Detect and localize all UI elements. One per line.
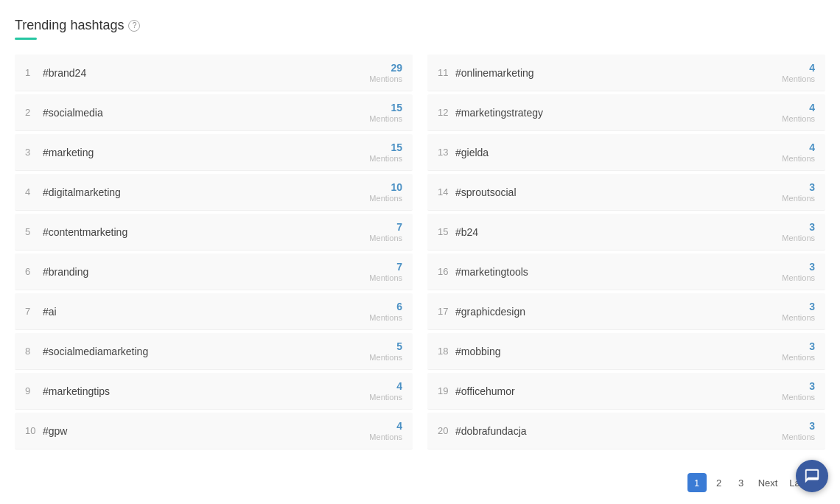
hashtag-name: #graphicdesign xyxy=(455,306,782,318)
rank-number: 6 xyxy=(25,266,43,277)
rank-number: 20 xyxy=(438,425,455,436)
hashtag-name: #brand24 xyxy=(43,67,369,79)
mention-count: 10 xyxy=(369,181,402,193)
mention-count: 3 xyxy=(782,420,815,432)
list-item: 11 #onlinemarketing 4 Mentions xyxy=(427,55,825,91)
mentions-label: Mentions xyxy=(369,114,402,123)
rank-number: 15 xyxy=(438,226,455,237)
rank-number: 17 xyxy=(438,306,455,317)
mention-count: 3 xyxy=(782,380,815,392)
section-title-row: Trending hashtags ? xyxy=(15,18,825,33)
list-item: 5 #contentmarketing 7 Mentions xyxy=(15,214,413,251)
list-item: 6 #branding 7 Mentions xyxy=(15,253,413,290)
rank-number: 7 xyxy=(25,306,43,317)
list-item: 20 #dobrafundacja 3 Mentions xyxy=(427,413,825,449)
title-underline xyxy=(15,38,37,40)
mention-count: 15 xyxy=(369,102,402,113)
rank-number: 14 xyxy=(438,186,455,197)
hashtag-name: #marketingtips xyxy=(43,385,369,397)
hashtag-name: #ai xyxy=(43,306,369,318)
rank-number: 11 xyxy=(438,67,455,78)
mention-count: 4 xyxy=(782,102,815,113)
rank-number: 16 xyxy=(438,266,455,277)
hashtag-mentions: 3 Mentions xyxy=(782,301,815,322)
hashtag-mentions: 7 Mentions xyxy=(369,261,402,282)
hashtag-name: #onlinemarketing xyxy=(455,67,782,79)
rank-number: 8 xyxy=(25,346,43,357)
hashtag-mentions: 3 Mentions xyxy=(782,181,815,203)
right-column: 11 #onlinemarketing 4 Mentions 12 #marke… xyxy=(427,55,825,452)
mention-count: 3 xyxy=(782,340,815,352)
mention-count: 4 xyxy=(369,420,402,432)
mentions-label: Mentions xyxy=(782,114,815,123)
mentions-label: Mentions xyxy=(782,353,815,362)
mention-count: 15 xyxy=(369,141,402,153)
page-btn-3[interactable]: 3 xyxy=(732,473,751,492)
hashtag-name: #branding xyxy=(43,266,369,278)
hashtag-mentions: 3 Mentions xyxy=(782,380,815,402)
hashtag-name: #gielda xyxy=(455,147,782,158)
hashtag-mentions: 10 Mentions xyxy=(369,181,402,203)
list-item: 7 #ai 6 Mentions xyxy=(15,293,413,330)
mention-count: 6 xyxy=(369,301,402,312)
rank-number: 2 xyxy=(25,107,43,118)
hashtag-mentions: 4 Mentions xyxy=(782,62,815,83)
hashtag-name: #digitalmarketing xyxy=(43,186,369,198)
mention-count: 4 xyxy=(782,62,815,74)
hashtag-mentions: 7 Mentions xyxy=(369,221,402,242)
mentions-label: Mentions xyxy=(369,74,402,83)
mentions-label: Mentions xyxy=(782,194,815,203)
rank-number: 10 xyxy=(25,425,43,436)
rank-number: 13 xyxy=(438,147,455,158)
list-item: 1 #brand24 29 Mentions xyxy=(15,55,413,91)
mentions-label: Mentions xyxy=(369,353,402,362)
next-link[interactable]: Next xyxy=(754,475,783,491)
mentions-label: Mentions xyxy=(369,433,402,441)
hashtag-mentions: 6 Mentions xyxy=(369,301,402,322)
list-item: 4 #digitalmarketing 10 Mentions xyxy=(15,174,413,211)
mentions-label: Mentions xyxy=(782,273,815,282)
rank-number: 1 xyxy=(25,67,43,78)
hashtag-name: #mobbing xyxy=(455,346,782,357)
list-item: 14 #sproutsocial 3 Mentions xyxy=(427,174,825,211)
rank-number: 5 xyxy=(25,226,43,237)
hashtag-name: #gpw xyxy=(43,425,369,437)
mentions-label: Mentions xyxy=(782,154,815,163)
hashtag-name: #dobrafundacja xyxy=(455,425,782,437)
list-item: 2 #socialmedia 15 Mentions xyxy=(15,94,413,131)
list-item: 8 #socialmediamarketing 5 Mentions xyxy=(15,333,413,370)
mentions-label: Mentions xyxy=(369,154,402,163)
list-item: 12 #marketingstrategy 4 Mentions xyxy=(427,94,825,131)
hashtag-mentions: 15 Mentions xyxy=(369,102,402,123)
chat-bubble-button[interactable] xyxy=(796,460,828,492)
help-icon[interactable]: ? xyxy=(128,20,140,32)
hashtag-name: #socialmedia xyxy=(43,107,369,119)
mention-count: 3 xyxy=(782,221,815,233)
hashtag-name: #marketingtools xyxy=(455,266,782,278)
left-column: 1 #brand24 29 Mentions 2 #socialmedia 15… xyxy=(15,55,413,452)
mentions-label: Mentions xyxy=(782,433,815,441)
mentions-label: Mentions xyxy=(782,313,815,322)
mention-count: 4 xyxy=(782,141,815,153)
hashtag-mentions: 4 Mentions xyxy=(782,141,815,163)
list-item: 10 #gpw 4 Mentions xyxy=(15,413,413,449)
rank-number: 18 xyxy=(438,346,455,357)
page-btn-1[interactable]: 1 xyxy=(687,473,707,492)
page-btn-2[interactable]: 2 xyxy=(710,473,729,492)
mentions-label: Mentions xyxy=(369,194,402,203)
hashtag-mentions: 3 Mentions xyxy=(782,420,815,441)
hashtag-name: #b24 xyxy=(455,226,782,238)
list-item: 13 #gielda 4 Mentions xyxy=(427,134,825,171)
hashtag-mentions: 3 Mentions xyxy=(782,221,815,242)
mention-count: 5 xyxy=(369,340,402,352)
list-item: 3 #marketing 15 Mentions xyxy=(15,134,413,171)
page-title: Trending hashtags xyxy=(15,18,124,33)
hashtag-name: #marketing xyxy=(43,147,369,158)
rank-number: 9 xyxy=(25,385,43,396)
page-container: Trending hashtags ? 1 #brand24 29 Mentio… xyxy=(0,0,840,497)
rank-number: 3 xyxy=(25,147,43,158)
mentions-label: Mentions xyxy=(369,273,402,282)
mentions-label: Mentions xyxy=(782,393,815,402)
hashtag-mentions: 29 Mentions xyxy=(369,62,402,83)
hashtags-grid: 1 #brand24 29 Mentions 2 #socialmedia 15… xyxy=(15,55,825,452)
